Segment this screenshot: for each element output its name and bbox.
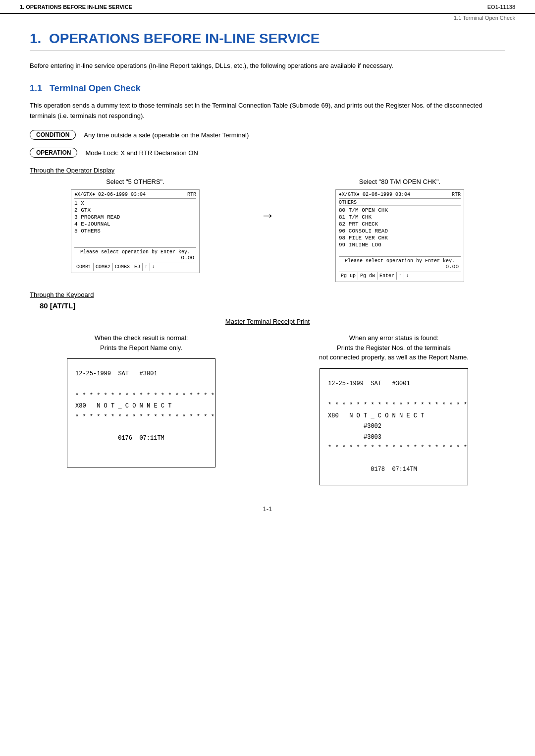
section-description: This operation sends a dummy text to tho… xyxy=(30,101,505,121)
receipt-right-caption: When any error status is found: Prints t… xyxy=(319,333,469,362)
screen-left-funckeys: COMB1 COMB2 COMB3 EJ ↑ ↓ xyxy=(74,263,196,271)
screen-right-section-label: OTHERS xyxy=(339,200,461,206)
receipt-left-line-2 xyxy=(75,380,207,391)
screen-right-bottom-text: Please select operation by Enter key. xyxy=(339,258,461,264)
screen-right-bottom: Please select operation by Enter key. O.… xyxy=(339,256,461,270)
screen-left-menu-1: 1 X xyxy=(74,200,196,207)
receipt-left-line-6 xyxy=(75,422,207,433)
keyboard-label: Through the Keyboard xyxy=(30,291,505,298)
fkey-up: ↑ xyxy=(143,263,150,271)
screen-left-topbar-right: RTR xyxy=(187,192,196,197)
screen-right-menu-4: 90 CONSOLI READ xyxy=(339,228,461,234)
receipt-right-line-8 xyxy=(328,454,460,465)
screen-left-menu-2: 2 GTX xyxy=(74,207,196,214)
receipt-right-box: 12-25-1999 SAT #3001 * * * * * * * * * *… xyxy=(320,368,468,485)
receipt-left-caption-2: Prints the Report Name only. xyxy=(100,344,182,351)
condition-text: Any time outside a sale (operable on the… xyxy=(84,131,249,139)
chapter-title: 1. OPERATIONS BEFORE IN-LINE SERVICE xyxy=(30,31,505,51)
receipt-right-caption-1: When any error status is found: xyxy=(349,334,439,342)
fkey-enter: Enter xyxy=(377,272,397,280)
receipts-row: When the check result is normal: Prints … xyxy=(30,333,505,485)
screen-right-menu-5: 98 FILE VER CHK xyxy=(339,234,461,241)
operation-row: OPERATION Mode Lock: X and RTR Declarati… xyxy=(30,148,505,158)
receipt-left-line-4: X80 N O T _ C O N N E C T xyxy=(75,401,207,412)
screen-right-col: Select "80 T/M OPEN CHK". ●X/GTX● 02-06-… xyxy=(294,178,505,282)
main-content: 1. OPERATIONS BEFORE IN-LINE SERVICE Bef… xyxy=(0,21,535,532)
receipt-left-caption: When the check result is normal: Prints … xyxy=(95,333,188,352)
screen-right-menu-2: 81 T/M CHK xyxy=(339,214,461,221)
screen-left-bottom: Please select operation by Enter key. O.… xyxy=(74,247,196,261)
receipt-right-caption-2: Prints the Register Nos. of the terminal… xyxy=(337,344,451,351)
fkey-r-up: ↑ xyxy=(397,272,404,280)
screen-right: ●X/GTX● 02-06-1999 03:04 RTR OTHERS 80 T… xyxy=(335,189,464,282)
condition-badge: CONDITION xyxy=(30,130,76,140)
section-title: 1.1 Terminal Open Check xyxy=(30,83,505,94)
screen-right-menu-1: 80 T/M OPEN CHK xyxy=(339,207,461,214)
fkey-r-down: ↓ xyxy=(404,272,411,280)
receipt-right-caption-3: not connected properly, as well as the R… xyxy=(319,353,469,361)
receipt-section-title: Master Terminal Receipt Print xyxy=(30,318,505,325)
operation-badge: OPERATION xyxy=(30,148,77,158)
header-doc-number: EO1-11138 xyxy=(487,4,515,10)
receipt-left-box: 12-25-1999 SAT #3001 * * * * * * * * * *… xyxy=(67,358,215,467)
fkey-ej: EJ xyxy=(132,263,143,271)
receipt-left-line-1: 12-25-1999 SAT #3001 xyxy=(75,369,207,380)
screen-left: ●X/GTX● 02-06-1999 03:04 RTR 1 X 2 GTX 3… xyxy=(71,189,200,273)
screen-left-menu-4: 4 E-JOURNAL xyxy=(74,221,196,228)
receipt-right-line-4: X80 N O T _ C O N N E C T xyxy=(328,411,460,422)
receipt-left-col: When the check result is normal: Prints … xyxy=(30,333,253,467)
screen-right-menu-6: 99 INLINE LOG xyxy=(339,241,461,248)
arrow-icon: → xyxy=(261,178,274,224)
screen-left-col: Select "5 OTHERS". ●X/GTX● 02-06-1999 03… xyxy=(30,178,241,273)
screen-left-topbar: ●X/GTX● 02-06-1999 03:04 RTR xyxy=(74,192,196,199)
fkey-pgup: Pg up xyxy=(339,272,358,280)
screen-left-caption: Select "5 OTHERS". xyxy=(106,178,164,185)
screen-left-menu-3: 3 PROGRAM READ xyxy=(74,214,196,221)
fkey-down: ↓ xyxy=(150,263,157,271)
operator-display-label: Through the Operator Display xyxy=(30,167,505,174)
screen-right-topbar: ●X/GTX● 02-06-1999 03:04 RTR xyxy=(339,192,461,199)
header-section-title: 1.1 Terminal Open Check xyxy=(454,15,515,21)
screen-right-menu-3: 82 PRT CHECK xyxy=(339,221,461,228)
screen-right-topbar-right: RTR xyxy=(452,192,461,197)
screen-left-topbar-left: ●X/GTX● 02-06-1999 03:04 xyxy=(74,192,146,197)
header-left-text: 1. OPERATIONS BEFORE IN-LINE SERVICE xyxy=(20,4,132,10)
receipt-left-line-3: * * * * * * * * * * * * * * * * * * * * xyxy=(75,391,207,402)
receipt-right-line-7: * * * * * * * * * * * * * * * * * * * * xyxy=(328,443,460,454)
fkey-comb3: COMB3 xyxy=(113,263,132,271)
receipt-right-line-2 xyxy=(328,389,460,400)
displays-row: Select "5 OTHERS". ●X/GTX● 02-06-1999 03… xyxy=(30,178,505,282)
fkey-comb2: COMB2 xyxy=(94,263,113,271)
condition-row: CONDITION Any time outside a sale (opera… xyxy=(30,130,505,140)
screen-right-amount: O.OO xyxy=(339,264,461,270)
receipt-right-line-5: #3002 xyxy=(328,421,460,432)
screen-left-menu-5: 5 OTHERS xyxy=(74,228,196,234)
receipt-left-line-7: 0176 07:11TM xyxy=(75,433,207,444)
keyboard-instruction: 80 [AT/TL] xyxy=(40,301,505,310)
intro-paragraph: Before entering in-line service operatio… xyxy=(30,61,505,71)
screen-right-funckeys: Pg up Pg dw Enter ↑ ↓ xyxy=(339,272,461,280)
receipt-right-line-6: #3003 xyxy=(328,432,460,443)
page-subheader: 1.1 Terminal Open Check xyxy=(0,14,535,21)
receipt-right-col: When any error status is found: Prints t… xyxy=(282,333,505,485)
screen-left-bottom-text: Please select operation by Enter key. xyxy=(74,249,196,255)
receipt-right-line-1: 12-25-1999 SAT #3001 xyxy=(328,379,460,390)
screen-left-amount: O.OO xyxy=(74,255,196,261)
receipt-right-line-3: * * * * * * * * * * * * * * * * * * * * xyxy=(328,400,460,411)
screen-right-topbar-left: ●X/GTX● 02-06-1999 03:04 xyxy=(339,192,410,197)
receipt-right-line-9: 0178 07:14TM xyxy=(328,465,460,475)
receipt-left-caption-1: When the check result is normal: xyxy=(95,334,188,342)
page-number: 1-1 xyxy=(30,505,505,513)
fkey-comb1: COMB1 xyxy=(74,263,94,271)
receipt-left-line-5: * * * * * * * * * * * * * * * * * * * * xyxy=(75,412,207,423)
fkey-pgdw: Pg dw xyxy=(358,272,377,280)
operation-text: Mode Lock: X and RTR Declaration ON xyxy=(85,149,198,157)
screen-right-caption: Select "80 T/M OPEN CHK". xyxy=(359,178,440,185)
page-header: 1. OPERATIONS BEFORE IN-LINE SERVICE EO1… xyxy=(0,0,535,14)
